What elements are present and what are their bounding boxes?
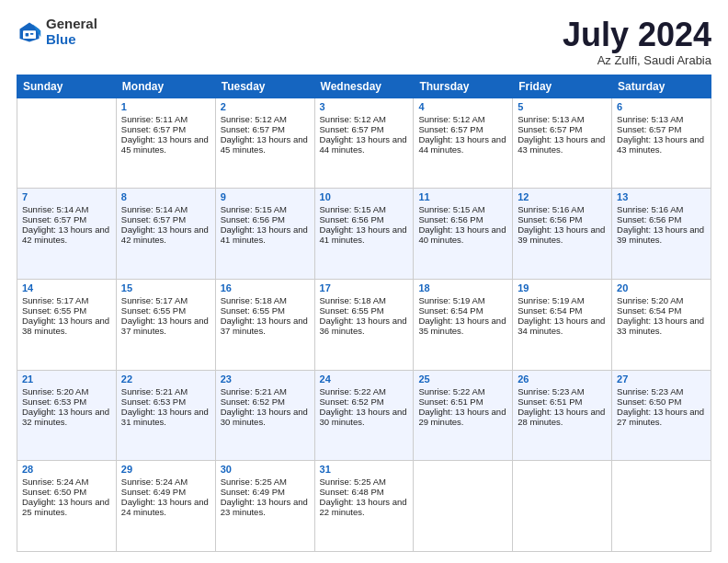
day-number: 31 [320, 464, 409, 475]
calendar-cell [414, 461, 513, 552]
day-number: 20 [617, 282, 706, 293]
day-number: 18 [418, 282, 507, 293]
sunset-text: Sunset: 6:52 PM [320, 396, 409, 407]
day-number: 3 [320, 101, 409, 112]
day-number: 9 [221, 191, 310, 202]
calendar-header-row: SundayMondayTuesdayWednesdayThursdayFrid… [17, 75, 711, 98]
sunset-text: Sunset: 6:56 PM [418, 214, 507, 224]
daylight-text: Daylight: 13 hours and 34 minutes. [518, 316, 607, 336]
day-number: 24 [320, 373, 409, 385]
calendar-cell: 31Sunrise: 5:25 AMSunset: 6:48 PMDayligh… [314, 461, 414, 552]
sunset-text: Sunset: 6:48 PM [320, 487, 409, 497]
sunrise-text: Sunrise: 5:22 AM [320, 386, 409, 396]
sunset-text: Sunset: 6:51 PM [518, 396, 607, 407]
daylight-text: Daylight: 13 hours and 22 minutes. [320, 497, 409, 517]
calendar-cell: 2Sunrise: 5:12 AMSunset: 6:57 PMDaylight… [215, 98, 314, 189]
day-number: 23 [221, 373, 310, 385]
sunset-text: Sunset: 6:57 PM [22, 214, 111, 224]
calendar-cell: 23Sunrise: 5:21 AMSunset: 6:52 PMDayligh… [215, 370, 314, 461]
sunset-text: Sunset: 6:51 PM [418, 396, 507, 407]
svg-rect-3 [26, 32, 29, 36]
daylight-text: Daylight: 13 hours and 40 minutes. [418, 224, 507, 245]
daylight-text: Daylight: 13 hours and 44 minutes. [320, 134, 409, 155]
daylight-text: Daylight: 13 hours and 42 minutes. [121, 224, 210, 245]
calendar-cell: 12Sunrise: 5:16 AMSunset: 6:56 PMDayligh… [513, 189, 612, 280]
logo: General Blue [17, 17, 97, 47]
logo-text: General Blue [46, 17, 97, 47]
calendar-header-sunday: Sunday [17, 75, 117, 98]
sunset-text: Sunset: 6:55 PM [320, 305, 409, 316]
calendar-cell [17, 98, 117, 189]
calendar-cell: 15Sunrise: 5:17 AMSunset: 6:55 PMDayligh… [116, 279, 215, 370]
day-number: 13 [617, 191, 706, 202]
svg-rect-4 [30, 32, 34, 34]
sunrise-text: Sunrise: 5:14 AM [22, 204, 111, 214]
calendar-cell: 16Sunrise: 5:18 AMSunset: 6:55 PMDayligh… [215, 279, 314, 370]
sunset-text: Sunset: 6:55 PM [121, 305, 210, 316]
sunset-text: Sunset: 6:53 PM [22, 396, 111, 407]
daylight-text: Daylight: 13 hours and 30 minutes. [221, 407, 310, 427]
calendar-week-row-1: 1Sunrise: 5:11 AMSunset: 6:57 PMDaylight… [17, 98, 711, 189]
calendar-table: SundayMondayTuesdayWednesdayThursdayFrid… [17, 75, 711, 552]
sunset-text: Sunset: 6:57 PM [320, 124, 409, 134]
page: General Blue July 2024 Az Zulfi, Saudi A… [0, 0, 728, 563]
calendar-cell: 3Sunrise: 5:12 AMSunset: 6:57 PMDaylight… [314, 98, 414, 189]
day-number: 2 [221, 101, 310, 112]
daylight-text: Daylight: 13 hours and 39 minutes. [617, 224, 706, 245]
calendar-cell: 18Sunrise: 5:19 AMSunset: 6:54 PMDayligh… [414, 279, 513, 370]
calendar-cell: 21Sunrise: 5:20 AMSunset: 6:53 PMDayligh… [17, 370, 117, 461]
calendar-cell: 30Sunrise: 5:25 AMSunset: 6:49 PMDayligh… [215, 461, 314, 552]
day-number: 27 [617, 373, 706, 385]
daylight-text: Daylight: 13 hours and 25 minutes. [22, 497, 111, 517]
sunrise-text: Sunrise: 5:20 AM [617, 295, 706, 305]
calendar-cell: 5Sunrise: 5:13 AMSunset: 6:57 PMDaylight… [513, 98, 612, 189]
day-number: 30 [221, 464, 310, 475]
sunset-text: Sunset: 6:57 PM [121, 214, 210, 224]
daylight-text: Daylight: 13 hours and 37 minutes. [221, 316, 310, 336]
sunset-text: Sunset: 6:54 PM [518, 305, 607, 316]
calendar-cell [612, 461, 711, 552]
calendar-cell: 6Sunrise: 5:13 AMSunset: 6:57 PMDaylight… [612, 98, 711, 189]
day-number: 17 [320, 282, 409, 293]
sunrise-text: Sunrise: 5:18 AM [221, 295, 310, 305]
calendar-cell: 27Sunrise: 5:23 AMSunset: 6:50 PMDayligh… [612, 370, 711, 461]
calendar-cell: 17Sunrise: 5:18 AMSunset: 6:55 PMDayligh… [314, 279, 414, 370]
calendar-cell: 10Sunrise: 5:15 AMSunset: 6:56 PMDayligh… [314, 189, 414, 280]
sunrise-text: Sunrise: 5:24 AM [121, 477, 210, 487]
sunrise-text: Sunrise: 5:14 AM [121, 204, 210, 214]
sunrise-text: Sunrise: 5:11 AM [121, 114, 210, 124]
calendar-cell: 7Sunrise: 5:14 AMSunset: 6:57 PMDaylight… [17, 189, 117, 280]
calendar-cell: 22Sunrise: 5:21 AMSunset: 6:53 PMDayligh… [116, 370, 215, 461]
calendar-cell: 20Sunrise: 5:20 AMSunset: 6:54 PMDayligh… [612, 279, 711, 370]
calendar-header-friday: Friday [513, 75, 612, 98]
daylight-text: Daylight: 13 hours and 37 minutes. [121, 316, 210, 336]
sunset-text: Sunset: 6:54 PM [617, 305, 706, 316]
sunrise-text: Sunrise: 5:23 AM [518, 386, 607, 396]
calendar-week-row-4: 21Sunrise: 5:20 AMSunset: 6:53 PMDayligh… [17, 370, 711, 461]
day-number: 25 [418, 373, 507, 385]
daylight-text: Daylight: 13 hours and 43 minutes. [617, 134, 706, 155]
sunset-text: Sunset: 6:57 PM [617, 124, 706, 134]
daylight-text: Daylight: 13 hours and 28 minutes. [518, 407, 607, 427]
calendar-week-row-3: 14Sunrise: 5:17 AMSunset: 6:55 PMDayligh… [17, 279, 711, 370]
sunrise-text: Sunrise: 5:17 AM [121, 295, 210, 305]
sunset-text: Sunset: 6:56 PM [320, 214, 409, 224]
sunset-text: Sunset: 6:55 PM [22, 305, 111, 316]
sunrise-text: Sunrise: 5:12 AM [221, 114, 310, 124]
sunset-text: Sunset: 6:50 PM [22, 487, 111, 497]
day-number: 4 [418, 101, 507, 112]
sunrise-text: Sunrise: 5:15 AM [221, 204, 310, 214]
sunset-text: Sunset: 6:57 PM [221, 124, 310, 134]
calendar-cell: 4Sunrise: 5:12 AMSunset: 6:57 PMDaylight… [414, 98, 513, 189]
day-number: 12 [518, 191, 607, 202]
day-number: 16 [221, 282, 310, 293]
day-number: 6 [617, 101, 706, 112]
sunrise-text: Sunrise: 5:21 AM [221, 386, 310, 396]
sunset-text: Sunset: 6:56 PM [617, 214, 706, 224]
sunrise-text: Sunrise: 5:15 AM [418, 204, 507, 214]
calendar-cell: 11Sunrise: 5:15 AMSunset: 6:56 PMDayligh… [414, 189, 513, 280]
location: Az Zulfi, Saudi Arabia [563, 53, 711, 67]
month-title: July 2024 [563, 17, 711, 53]
sunrise-text: Sunrise: 5:25 AM [320, 477, 409, 487]
header: General Blue July 2024 Az Zulfi, Saudi A… [17, 17, 711, 67]
